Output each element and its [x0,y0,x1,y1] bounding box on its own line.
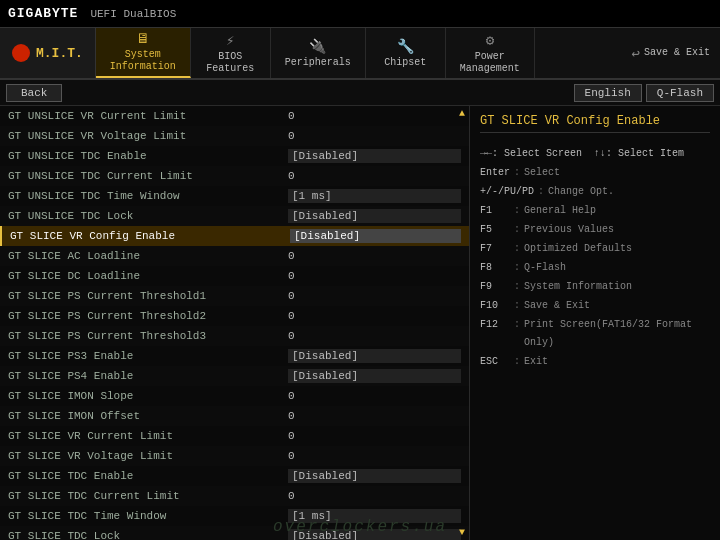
mit-button[interactable]: M.I.T. [0,28,96,78]
language-button[interactable]: English [574,84,642,102]
setting-value: [Disabled] [290,229,461,243]
save-exit-icon: ↩ [632,45,640,62]
table-row[interactable]: GT SLICE TDC Current Limit0 [0,486,469,506]
help-item: F5 : Previous Values [480,221,710,239]
setting-value: 0 [288,290,461,302]
table-row[interactable]: GT SLICE IMON Slope0 [0,386,469,406]
table-row[interactable]: GT SLICE PS Current Threshold30 [0,326,469,346]
dualbios-label: UEFI DualBIOS [90,8,176,20]
table-row[interactable]: GT UNSLICE VR Voltage Limit0 [0,126,469,146]
table-row[interactable]: GT UNSLICE TDC Time Window[1 ms] [0,186,469,206]
help-description: Exit [524,353,548,371]
help-separator: : [514,316,520,352]
back-button[interactable]: Back [6,84,62,102]
table-row[interactable]: GT SLICE PS Current Threshold20 [0,306,469,326]
help-key: F5 [480,221,510,239]
setting-value: 0 [288,250,461,262]
help-key: F1 [480,202,510,220]
nav-item-power-mgmt[interactable]: ⚙ PowerManagement [446,28,535,78]
system-info-icon: 🖥 [136,31,150,47]
nav-item-peripherals[interactable]: 🔌 Peripherals [271,28,366,78]
help-separator: : [514,259,520,277]
setting-value: [1 ms] [288,189,461,203]
nav-item-chipset-label: Chipset [384,57,426,69]
table-row[interactable]: GT SLICE TDC Lock[Disabled] [0,526,469,540]
setting-name: GT UNSLICE TDC Lock [8,210,288,222]
setting-value: [Disabled] [288,369,461,383]
help-description: Q-Flash [524,259,566,277]
help-key: F9 [480,278,510,296]
setting-name: GT UNSLICE TDC Current Limit [8,170,288,182]
help-key: F8 [480,259,510,277]
table-row[interactable]: GT SLICE TDC Enable[Disabled] [0,466,469,486]
help-separator: : [514,164,520,182]
chipset-icon: 🔧 [397,38,414,55]
help-item: F1 : General Help [480,202,710,220]
help-description: Select [524,164,560,182]
setting-value: [Disabled] [288,349,461,363]
help-description: Previous Values [524,221,614,239]
nav-item-chipset[interactable]: 🔧 Chipset [366,28,446,78]
save-exit-button[interactable]: ↩ Save & Exit [622,28,720,78]
table-row[interactable]: GT SLICE TDC Time Window[1 ms] [0,506,469,526]
setting-name: GT UNSLICE VR Voltage Limit [8,130,288,142]
setting-value: 0 [288,110,461,122]
setting-value: 0 [288,130,461,142]
help-description: General Help [524,202,596,220]
help-item: F10 : Save & Exit [480,297,710,315]
table-row[interactable]: GT UNSLICE TDC Lock[Disabled] [0,206,469,226]
table-row[interactable]: GT SLICE VR Voltage Limit0 [0,446,469,466]
nav-item-bios-features[interactable]: ⚡ BIOSFeatures [191,28,271,78]
table-row[interactable]: GT UNSLICE VR Current Limit0 [0,106,469,126]
table-row[interactable]: GT SLICE PS4 Enable[Disabled] [0,366,469,386]
help-key: F10 [480,297,510,315]
nav-item-system-info[interactable]: 🖥 SystemInformation [96,28,191,78]
setting-value: [Disabled] [288,149,461,163]
help-separator: : [514,221,520,239]
help-item: F12 : Print Screen(FAT16/32 Format Only) [480,316,710,352]
table-row[interactable]: GT SLICE DC Loadline0 [0,266,469,286]
right-panel-title: GT SLICE VR Config Enable [480,114,710,133]
help-item: F8 : Q-Flash [480,259,710,277]
setting-name: GT UNSLICE VR Current Limit [8,110,288,122]
help-key: Enter [480,164,510,182]
table-row[interactable]: GT SLICE VR Config Enable[Disabled] [0,226,469,246]
setting-value: [Disabled] [288,529,461,540]
help-key: F12 [480,316,510,352]
nav-item-peripherals-label: Peripherals [285,57,351,69]
toolbar: Back English Q-Flash [0,80,720,106]
table-row[interactable]: GT SLICE PS Current Threshold10 [0,286,469,306]
table-row[interactable]: GT SLICE PS3 Enable[Disabled] [0,346,469,366]
setting-value: 0 [288,330,461,342]
table-row[interactable]: GT SLICE AC Loadline0 [0,246,469,266]
setting-name: GT UNSLICE TDC Enable [8,150,288,162]
setting-name: GT SLICE PS Current Threshold1 [8,290,288,302]
help-separator: : [514,278,520,296]
setting-name: GT SLICE TDC Lock [8,530,288,540]
settings-table: GT UNSLICE VR Current Limit0GT UNSLICE V… [0,106,469,540]
setting-value: 0 [288,410,461,422]
qflash-button[interactable]: Q-Flash [646,84,714,102]
table-row[interactable]: GT SLICE IMON Offset0 [0,406,469,426]
help-description: Print Screen(FAT16/32 Format Only) [524,316,710,352]
table-row[interactable]: GT UNSLICE TDC Enable[Disabled] [0,146,469,166]
setting-name: GT SLICE PS Current Threshold3 [8,330,288,342]
setting-name: GT SLICE IMON Slope [8,390,288,402]
nav-item-bios-features-label: BIOSFeatures [206,51,254,75]
left-panel: ▲ GT UNSLICE VR Current Limit0GT UNSLICE… [0,106,470,540]
peripherals-icon: 🔌 [309,38,326,55]
setting-name: GT SLICE PS Current Threshold2 [8,310,288,322]
top-bar: GIGABYTE UEFI DualBIOS [0,0,720,28]
table-row[interactable]: GT SLICE VR Current Limit0 [0,426,469,446]
setting-value: 0 [288,170,461,182]
setting-name: GT SLICE TDC Current Limit [8,490,288,502]
setting-name: GT SLICE PS3 Enable [8,350,288,362]
setting-name: GT SLICE VR Current Limit [8,430,288,442]
nav-bar: M.I.T. 🖥 SystemInformation ⚡ BIOSFeature… [0,28,720,80]
help-nav-line: →←: Select Screen ↑↓: Select Item [480,145,710,163]
table-row[interactable]: GT UNSLICE TDC Current Limit0 [0,166,469,186]
help-text: →←: Select Screen ↑↓: Select ItemEnter :… [480,145,710,532]
setting-name: GT SLICE IMON Offset [8,410,288,422]
help-key: ESC [480,353,510,371]
setting-value: 0 [288,310,461,322]
